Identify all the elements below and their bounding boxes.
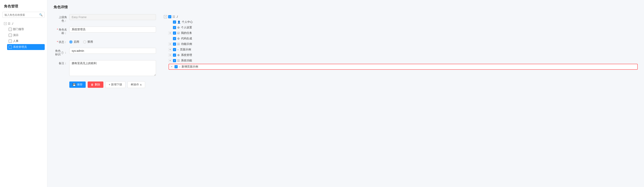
tree-op-label: 树操作 [131, 83, 139, 86]
checkbox-page-example[interactable]: ✓ [173, 48, 176, 51]
delete-icon: 🗑 [91, 83, 94, 86]
perm-root-label: ./ [176, 15, 178, 18]
doc-icon-2: ⎓ [9, 40, 12, 43]
tree-op-button[interactable]: 树操作 ∧ [128, 81, 145, 88]
perm-tree: − ✓ ☷ ./ ✓ 👤 个人中心 [164, 14, 638, 70]
label-personal-settings: 个人设置 [181, 26, 192, 29]
perm-root-collapse[interactable]: − [164, 15, 167, 18]
radio-disable[interactable]: 禁用 [83, 40, 93, 44]
delete-button[interactable]: 🗑 删除 [88, 82, 104, 88]
checkbox-personal-settings[interactable]: ✓ [173, 26, 176, 29]
role-id-label-text: 角色标识 [54, 49, 61, 56]
icon-sys-mgmt: ⚙ [177, 54, 180, 57]
role-name-input[interactable] [69, 26, 156, 32]
icon-code-gen: ⚙ [177, 37, 180, 40]
toggle-add-page-example[interactable]: + [170, 65, 173, 68]
main-title: 角色详情 [54, 5, 638, 10]
tree-item-2[interactable]: ⎓ 人事 [7, 38, 45, 44]
doc-icon-0: ⎓ [9, 28, 12, 31]
parent-role-input[interactable] [69, 14, 156, 20]
tree-root-row[interactable]: − ☷ ./ [2, 21, 45, 26]
tree-item-0[interactable]: ⎓ 部门领导 [7, 26, 45, 32]
toggle-page-example[interactable]: + [168, 48, 172, 51]
label-page-example: 页面示例 [180, 48, 191, 52]
checkbox-sys-mgmt[interactable]: ✓ [173, 54, 176, 57]
perm-row-add-page-example: + ✓ ⎓ 新增页面示例 [168, 64, 638, 70]
remark-textarea[interactable]: 拥有至高无上的权利 [69, 60, 156, 76]
save-button[interactable]: 💾 保存 [69, 82, 86, 88]
tree-item-label-0: 部门领导 [13, 28, 24, 31]
toggle-my-tasks[interactable]: + [168, 32, 172, 35]
tree-item-3[interactable]: ⎓ 系统管理员 [7, 44, 45, 50]
role-name-label-text: 角色名称： [59, 28, 67, 35]
icon-personal-center: 👤 [177, 20, 180, 24]
tree-item-label-1: 演示 [13, 34, 18, 37]
form-left: 上级角色： * 角色名称： * 状态： [54, 14, 156, 88]
status-label: * 状态： [54, 39, 69, 44]
radio-disable-label: 禁用 [88, 40, 93, 44]
search-icon: 🔍 [39, 13, 42, 16]
parent-role-label: 上级角色： [54, 14, 69, 23]
perm-children: ✓ 👤 个人中心 ✓ ⚙ 个人设置 + ✓ [164, 19, 638, 70]
role-name-row: * 角色名称： [54, 26, 156, 35]
role-name-input-wrapper [69, 26, 156, 32]
search-input[interactable] [4, 14, 39, 16]
role-id-colon: ： [64, 51, 67, 54]
parent-role-input-wrapper [69, 14, 156, 20]
required-star-2: * [57, 40, 58, 44]
icon-personal-settings: ⚙ [177, 26, 180, 29]
doc-icon-1: ⎓ [9, 34, 12, 37]
checkbox-func-example[interactable]: ✓ [173, 42, 176, 46]
toggle-empty-0 [168, 20, 172, 24]
tree-item-1[interactable]: ⎓ 演示 [7, 32, 45, 38]
root-grid-icon: ☷ [8, 22, 10, 25]
save-icon: 💾 [72, 83, 76, 86]
toggle-func-example[interactable]: + [168, 42, 172, 46]
add-child-button[interactable]: + 新增下级 [105, 81, 126, 88]
toggle-sys-func[interactable]: + [168, 59, 172, 62]
toggle-empty-2 [168, 37, 172, 40]
add-child-label: + 新增下级 [109, 83, 122, 86]
icon-sys-func: ☷ [177, 59, 180, 62]
perm-row-sys-func: + ✓ ☷ 系统功能 [168, 58, 638, 64]
collapse-icon: − [4, 22, 7, 25]
checkbox-add-page-example[interactable]: ✓ [174, 65, 178, 68]
main-content: 角色详情 上级角色： * 角色名称： [47, 0, 644, 187]
role-id-input[interactable] [69, 48, 156, 54]
perm-row-my-tasks: + ✓ ☑ 我的任务 [168, 30, 638, 36]
perm-row-personal-center: ✓ 👤 个人中心 [168, 19, 638, 25]
icon-page-example: ⎓ [177, 48, 179, 51]
label-func-example: 功能示例 [181, 42, 192, 46]
role-id-row: 角色标识 ? ： [54, 48, 156, 56]
sidebar-title: 角色管理 [0, 4, 47, 12]
label-code-gen: 代码生成 [181, 37, 192, 40]
checkbox-code-gen[interactable]: ✓ [173, 37, 176, 40]
icon-add-page-example: ⎓ [179, 65, 180, 68]
status-row: * 状态： 启用 禁用 [54, 39, 156, 44]
role-name-label: * 角色名称： [54, 26, 69, 35]
checkbox-sys-func[interactable]: ✓ [173, 59, 176, 62]
form-container: 上级角色： * 角色名称： * 状态： [54, 14, 638, 88]
perm-root-row: − ✓ ☷ ./ [164, 14, 638, 19]
toggle-sys-mgmt[interactable]: + [168, 54, 172, 57]
remark-label: 备注： [54, 60, 69, 65]
role-id-input-wrapper [69, 48, 156, 54]
radio-enable[interactable]: 启用 [69, 40, 79, 44]
remark-row: 备注： 拥有至高无上的权利 [54, 60, 156, 76]
label-my-tasks: 我的任务 [181, 31, 192, 35]
sidebar: 角色管理 🔍 − ☷ ./ ⎓ 部门领导 ⎓ 演示 ⎓ 人事 ⎓ 系 [0, 0, 47, 187]
label-add-page-example: 新增页面示例 [182, 65, 198, 68]
remark-input-wrapper: 拥有至高无上的权利 [69, 60, 156, 76]
info-icon[interactable]: ? [62, 52, 64, 54]
perm-row-func-example: + ✓ ☷ 功能示例 [168, 41, 638, 47]
status-radio-group: 启用 禁用 [69, 39, 156, 44]
perm-root-checkbox[interactable]: ✓ [168, 15, 171, 18]
perm-row-personal-settings: ✓ ⚙ 个人设置 [168, 25, 638, 30]
perm-root-grid-icon: ☷ [172, 15, 175, 18]
checkbox-my-tasks[interactable]: ✓ [173, 32, 176, 35]
checkbox-personal-center[interactable]: ✓ [173, 20, 176, 24]
radio-enable-label: 启用 [74, 40, 79, 44]
icon-my-tasks: ☑ [177, 32, 180, 35]
tree-root: − ☷ ./ ⎓ 部门领导 ⎓ 演示 ⎓ 人事 ⎓ 系统管理员 [0, 21, 47, 50]
search-box[interactable]: 🔍 [2, 12, 45, 18]
